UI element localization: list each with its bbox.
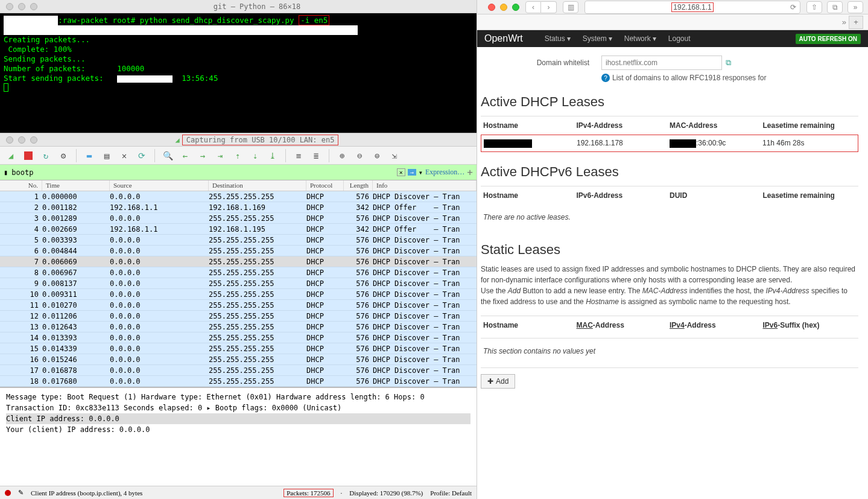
menu-network[interactable]: Network ▾ — [624, 34, 656, 43]
minimize-icon[interactable] — [18, 136, 25, 144]
col-time[interactable]: Time — [42, 180, 110, 191]
col-info[interactable]: Info — [373, 180, 477, 191]
packet-row[interactable]: 30.0012890.0.0.0255.255.255.255DHCP576DH… — [0, 213, 477, 224]
zoom-in-button[interactable]: ⊕ — [336, 150, 348, 162]
zoom-reset-button[interactable]: ⊜ — [371, 150, 383, 162]
static-empty: This section contains no values yet — [481, 338, 858, 364]
close-icon[interactable] — [6, 136, 13, 144]
wireshark-titlebar[interactable]: ◢Capturing from USB 10/100 LAN: en5 — [0, 133, 477, 147]
detail-line[interactable]: Message type: Boot Request (1) — [6, 393, 137, 401]
expert-info-icon[interactable] — [5, 490, 11, 496]
open-button[interactable]: ▬ — [83, 150, 95, 162]
wrench-icon[interactable]: ✎ — [18, 489, 24, 497]
packet-row[interactable]: 50.0033930.0.0.0255.255.255.255DHCP576DH… — [0, 235, 477, 246]
apply-filter-button[interactable]: → — [408, 169, 416, 176]
restart-capture-button[interactable]: ↻ — [40, 150, 52, 162]
brand-logo[interactable]: OpenWrt — [484, 33, 523, 44]
packet-row[interactable]: 20.001182192.168.1.1192.168.1.169DHCP342… — [0, 202, 477, 213]
close-icon[interactable] — [6, 3, 13, 10]
detail-line-selected[interactable]: Client IP address: 0.0.0.0 — [6, 413, 470, 424]
col-no[interactable]: No. — [0, 180, 42, 191]
packet-row[interactable]: 80.0069670.0.0.0255.255.255.255DHCP576DH… — [0, 267, 477, 278]
detail-line[interactable]: Seconds elapsed: 0 — [124, 404, 202, 412]
colorize-button[interactable]: ≡ — [293, 150, 305, 162]
detail-line[interactable]: Hardware type: Ethernet (0x01) — [141, 393, 272, 401]
goto-last-button[interactable]: ⇣ — [249, 150, 261, 162]
expression-button[interactable]: Expression… — [425, 168, 464, 177]
col-len[interactable]: Length — [344, 180, 373, 191]
packet-row[interactable]: 40.002669192.168.1.1192.168.1.195DHCP342… — [0, 224, 477, 235]
reload-icon[interactable]: ⟳ — [790, 3, 796, 11]
terminal-body[interactable]: :raw-packet root# python send_dhcp_disco… — [0, 13, 477, 97]
clear-filter-button[interactable]: ✕ — [397, 168, 405, 176]
menu-system[interactable]: System ▾ — [583, 34, 612, 43]
close-file-button[interactable]: ✕ — [118, 150, 130, 162]
next-button[interactable]: → — [197, 150, 209, 162]
fav-overflow-icon[interactable]: » — [842, 17, 846, 27]
packet-row[interactable]: 140.0133930.0.0.0255.255.255.255DHCP576D… — [0, 332, 477, 343]
filter-history-button[interactable]: ▾ — [419, 168, 423, 177]
overflow-button[interactable]: » — [847, 1, 863, 13]
menu-logout[interactable]: Logout — [668, 34, 691, 43]
new-tab-button[interactable]: + — [849, 16, 863, 29]
add-lease-button[interactable]: ✚ Add — [481, 374, 515, 389]
packet-row[interactable]: 180.0176800.0.0.0255.255.255.255DHCP576D… — [0, 376, 477, 387]
prev-button[interactable]: ← — [179, 150, 191, 162]
detail-line[interactable]: Transaction ID: 0xc833e113 — [6, 404, 119, 412]
back-button[interactable]: ‹ — [525, 1, 541, 13]
col-dst[interactable]: Destination — [209, 180, 306, 191]
sidebar-button[interactable]: ▥ — [563, 1, 578, 13]
status-profile[interactable]: Profile: Default — [430, 489, 472, 497]
packet-row[interactable]: 150.0143390.0.0.0255.255.255.255DHCP576D… — [0, 343, 477, 354]
close-icon[interactable] — [488, 4, 495, 11]
minimize-icon[interactable] — [18, 3, 25, 10]
zoom-icon[interactable] — [30, 3, 37, 10]
zoom-icon[interactable] — [512, 4, 519, 11]
packet-row[interactable]: 60.0048440.0.0.0255.255.255.255DHCP576DH… — [0, 246, 477, 256]
auto-refresh-badge[interactable]: AUTO REFRESH ON — [796, 34, 861, 44]
zoom-out-button[interactable]: ⊖ — [353, 150, 366, 162]
packet-row[interactable]: 100.0093110.0.0.0255.255.255.255DHCP576D… — [0, 289, 477, 300]
packet-row[interactable]: 170.0168780.0.0.0255.255.255.255DHCP576D… — [0, 365, 477, 376]
minimize-icon[interactable] — [500, 4, 507, 11]
autoscroll-button[interactable]: ⤓ — [267, 150, 279, 162]
add-domain-icon[interactable]: ⧉ — [726, 58, 731, 68]
packet-row[interactable]: 130.0126430.0.0.0255.255.255.255DHCP576D… — [0, 322, 477, 332]
text-button[interactable]: ≣ — [310, 150, 322, 162]
jump-button[interactable]: ⇥ — [214, 150, 226, 162]
detail-line[interactable]: ▸ Bootp flags: 0x0000 (Unicast) — [206, 404, 341, 412]
save-button[interactable]: ▤ — [101, 150, 113, 162]
col-src[interactable]: Source — [110, 180, 209, 191]
forward-button[interactable]: › — [541, 1, 557, 13]
add-filter-button[interactable]: + — [467, 167, 473, 178]
reload-button[interactable]: ⟳ — [136, 150, 148, 162]
url-bar[interactable]: 192.168.1.1 ⟳ — [584, 1, 800, 14]
packet-row[interactable]: 110.0102700.0.0.0255.255.255.255DHCP576D… — [0, 300, 477, 311]
find-button[interactable]: 🔍 — [162, 150, 174, 162]
packet-row[interactable]: 70.0060690.0.0.0255.255.255.255DHCP576DH… — [0, 256, 477, 267]
menu-status[interactable]: Status ▾ — [545, 34, 571, 43]
shark-logo-icon[interactable]: ◢ — [5, 150, 17, 162]
tabs-button[interactable]: ⧉ — [827, 1, 843, 13]
packet-row[interactable]: 10.0000000.0.0.0255.255.255.255DHCP576DH… — [0, 191, 477, 202]
detail-line[interactable]: Hops: 0 — [394, 393, 425, 401]
share-button[interactable]: ⇧ — [806, 1, 822, 13]
whitelist-input[interactable] — [601, 56, 722, 70]
packet-row[interactable]: 90.0081370.0.0.0255.255.255.255DHCP576DH… — [0, 278, 477, 289]
stop-capture-button[interactable] — [22, 150, 34, 162]
detail-line[interactable]: Hardware address length: 6 — [276, 393, 390, 401]
capture-options-button[interactable]: ⚙ — [57, 150, 69, 162]
packet-list[interactable]: 10.0000000.0.0.0255.255.255.255DHCP576DH… — [0, 191, 477, 387]
goto-first-button[interactable]: ⇡ — [232, 150, 244, 162]
zoom-icon[interactable] — [30, 136, 37, 144]
col-proto[interactable]: Protocol — [306, 180, 344, 191]
resize-columns-button[interactable]: ⇲ — [388, 150, 401, 162]
column-headers[interactable]: No. Time Source Destination Protocol Len… — [0, 180, 477, 191]
filter-input[interactable] — [11, 168, 393, 177]
packet-row[interactable]: 120.0112060.0.0.0255.255.255.255DHCP576D… — [0, 311, 477, 322]
bookmark-icon[interactable]: ▮ — [4, 168, 8, 177]
terminal-titlebar[interactable]: git — Python — 86×18 — [0, 0, 477, 13]
packet-detail[interactable]: Message type: Boot Request (1) Hardware … — [0, 387, 477, 486]
detail-line[interactable]: Your (client) IP address: 0.0.0.0 — [6, 425, 150, 434]
packet-row[interactable]: 160.0152460.0.0.0255.255.255.255DHCP576D… — [0, 354, 477, 365]
